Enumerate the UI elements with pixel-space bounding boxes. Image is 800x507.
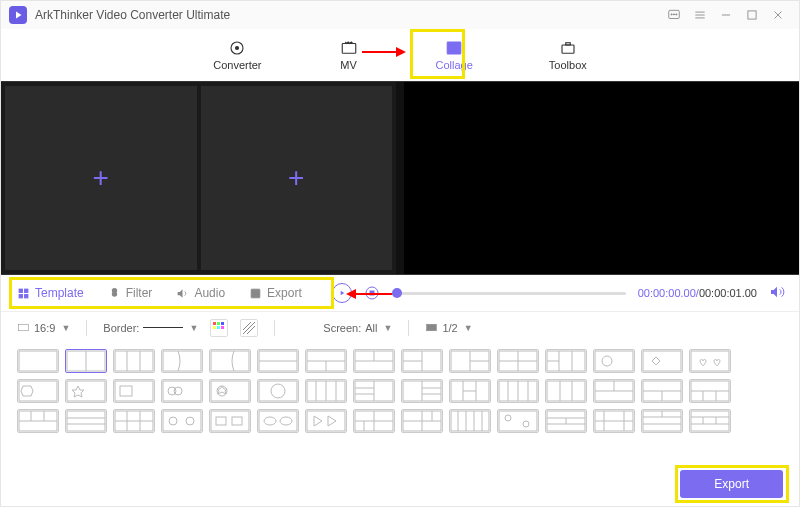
- border-selector[interactable]: Border: ▼: [103, 322, 198, 334]
- slider-thumb[interactable]: [392, 288, 402, 298]
- tab-toolbox[interactable]: Toolbox: [539, 35, 597, 75]
- template-thumb[interactable]: [209, 409, 251, 433]
- template-thumb[interactable]: [689, 409, 731, 433]
- template-thumb[interactable]: [17, 349, 59, 373]
- converter-icon: [226, 39, 248, 57]
- template-thumb[interactable]: [401, 349, 443, 373]
- svg-point-84: [174, 387, 182, 395]
- tab-converter[interactable]: Converter: [203, 35, 271, 75]
- tab-export[interactable]: Export: [249, 286, 302, 300]
- aspect-ratio-selector[interactable]: 16:9▼: [17, 321, 70, 334]
- template-thumb[interactable]: [113, 409, 155, 433]
- template-thumb[interactable]: [497, 409, 539, 433]
- svg-rect-24: [24, 294, 28, 298]
- svg-rect-49: [211, 351, 249, 371]
- template-thumb[interactable]: [497, 349, 539, 373]
- tab-audio[interactable]: Audio: [176, 286, 225, 300]
- border-color-button[interactable]: [210, 319, 228, 337]
- template-thumb[interactable]: [65, 349, 107, 373]
- mv-icon: [338, 39, 360, 57]
- export-button[interactable]: Export: [680, 470, 783, 498]
- svg-point-135: [186, 417, 194, 425]
- template-thumb[interactable]: [161, 379, 203, 403]
- svg-rect-139: [259, 411, 297, 431]
- template-thumb[interactable]: [353, 379, 395, 403]
- template-thumb[interactable]: [641, 409, 683, 433]
- template-thumb[interactable]: [545, 409, 587, 433]
- svg-rect-153: [451, 411, 489, 431]
- maximize-button[interactable]: [739, 5, 765, 25]
- svg-line-38: [247, 326, 255, 334]
- template-thumb[interactable]: [161, 349, 203, 373]
- svg-line-39: [243, 322, 251, 330]
- volume-button[interactable]: [769, 284, 785, 303]
- border-preview: [143, 327, 183, 328]
- split-icon: [425, 321, 438, 334]
- template-thumb[interactable]: [17, 379, 59, 403]
- border-pattern-button[interactable]: [240, 319, 258, 337]
- template-thumb[interactable]: [113, 349, 155, 373]
- template-thumb[interactable]: [497, 379, 539, 403]
- svg-rect-8: [748, 11, 756, 19]
- template-thumb[interactable]: [641, 349, 683, 373]
- template-thumb[interactable]: [257, 349, 299, 373]
- editor-tabs: Template Filter Audio Export 00:00:00.00…: [1, 275, 799, 311]
- plus-icon: +: [93, 162, 109, 194]
- template-thumb[interactable]: [305, 379, 347, 403]
- svg-rect-138: [232, 417, 242, 425]
- tab-template[interactable]: Template: [17, 286, 84, 300]
- screen-selector[interactable]: Screen: All ▼: [323, 322, 392, 334]
- template-thumb[interactable]: [545, 349, 587, 373]
- tab-collage[interactable]: Collage: [426, 35, 483, 75]
- template-thumb[interactable]: [65, 379, 107, 403]
- template-thumb[interactable]: [449, 379, 491, 403]
- close-button[interactable]: [765, 5, 791, 25]
- svg-rect-73: [643, 351, 681, 371]
- svg-rect-21: [19, 288, 23, 292]
- tab-filter[interactable]: Filter: [108, 286, 153, 300]
- template-options: 16:9▼ Border: ▼ Screen: All ▼ 1/2 ▼: [1, 311, 799, 343]
- svg-point-160: [523, 421, 529, 427]
- template-thumb[interactable]: [353, 409, 395, 433]
- template-thumb[interactable]: [65, 409, 107, 433]
- svg-point-141: [280, 417, 292, 425]
- template-thumb[interactable]: [689, 349, 731, 373]
- add-media-slot-2[interactable]: +: [201, 86, 393, 270]
- menu-icon[interactable]: [687, 5, 713, 25]
- template-thumb[interactable]: [449, 349, 491, 373]
- split-selector[interactable]: 1/2 ▼: [425, 321, 472, 334]
- add-media-slot-1[interactable]: +: [5, 86, 197, 270]
- svg-rect-137: [216, 417, 226, 425]
- svg-rect-42: [19, 351, 57, 371]
- template-thumb[interactable]: [305, 409, 347, 433]
- template-thumb[interactable]: [593, 349, 635, 373]
- export-icon: [249, 287, 262, 300]
- minimize-button[interactable]: [713, 5, 739, 25]
- template-thumb[interactable]: [641, 379, 683, 403]
- toolbox-icon: [557, 39, 579, 57]
- svg-point-88: [271, 384, 285, 398]
- template-thumb[interactable]: [689, 379, 731, 403]
- template-thumb[interactable]: [545, 379, 587, 403]
- template-thumb[interactable]: [113, 379, 155, 403]
- template-thumb[interactable]: [401, 409, 443, 433]
- template-thumb[interactable]: [593, 409, 635, 433]
- template-thumb[interactable]: [209, 379, 251, 403]
- template-thumb[interactable]: [257, 379, 299, 403]
- playback-slider[interactable]: [392, 292, 626, 295]
- template-thumb[interactable]: [449, 409, 491, 433]
- svg-rect-80: [115, 381, 153, 401]
- template-thumb[interactable]: [209, 349, 251, 373]
- template-thumb[interactable]: [401, 379, 443, 403]
- footer: Export: [1, 462, 799, 506]
- template-thumb[interactable]: [257, 409, 299, 433]
- workspace: + +: [1, 81, 799, 275]
- feedback-icon[interactable]: [661, 5, 687, 25]
- chevron-down-icon: ▼: [464, 323, 473, 333]
- template-thumb[interactable]: [353, 349, 395, 373]
- template-thumb[interactable]: [17, 409, 59, 433]
- template-thumb[interactable]: [593, 379, 635, 403]
- template-thumb[interactable]: [161, 409, 203, 433]
- preview-right: [602, 82, 799, 274]
- template-thumb[interactable]: [305, 349, 347, 373]
